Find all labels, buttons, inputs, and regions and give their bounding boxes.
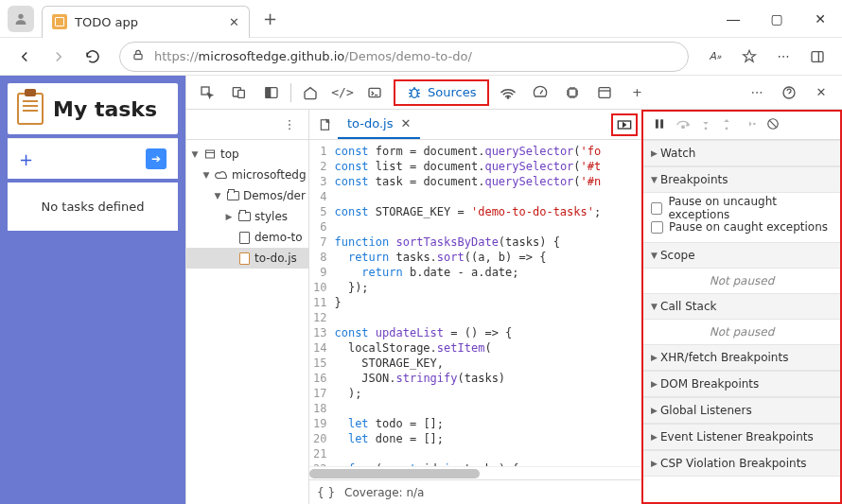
csp-breakpoints-section[interactable]: ▶CSP Violation Breakpoints (643, 450, 840, 477)
console-tool-button[interactable] (361, 79, 388, 106)
svg-rect-13 (569, 89, 576, 96)
deactivate-breakpoints-button[interactable] (766, 117, 780, 133)
profile-button[interactable] (8, 6, 34, 32)
inspect-element-button[interactable] (194, 79, 220, 106)
back-button[interactable] (9, 42, 40, 72)
step-button[interactable] (742, 118, 757, 132)
global-listeners-section[interactable]: ▶Global Listeners (643, 397, 840, 424)
xhr-breakpoints-section[interactable]: ▶XHR/fetch Breakpoints (643, 344, 840, 371)
pause-caught-checkbox[interactable]: Pause on caught exceptions (651, 217, 833, 236)
address-bar[interactable]: https:// microsoftedge.github.io /Demos/… (119, 42, 689, 72)
tree-demos-folder[interactable]: ▼Demos/der (186, 185, 308, 206)
breakpoints-section[interactable]: ▼Breakpoints (643, 166, 840, 193)
line-gutter: 123456789101112131415161718192021222324 (309, 140, 334, 466)
elements-tool-button[interactable]: </> (329, 79, 356, 106)
svg-point-23 (682, 126, 685, 129)
svg-rect-17 (206, 150, 215, 158)
add-task-button[interactable]: +Add a task ➔ (8, 138, 178, 179)
read-aloud-button[interactable]: A» (700, 42, 730, 72)
clipboard-icon (17, 93, 44, 125)
split-screen-button[interactable] (802, 42, 833, 72)
dom-breakpoints-section[interactable]: ▶DOM Breakpoints (643, 371, 840, 397)
close-window-button[interactable]: ✕ (798, 0, 842, 38)
help-button[interactable] (776, 79, 802, 106)
step-into-button[interactable] (700, 117, 711, 133)
svg-rect-21 (656, 119, 658, 128)
editor-pane: to-do.js ✕ 12345678910111213141516171819… (309, 110, 641, 504)
tree-top[interactable]: ▼top (186, 144, 308, 165)
step-over-button[interactable] (675, 117, 691, 133)
maximize-button[interactable]: ▢ (755, 0, 798, 38)
memory-tool-button[interactable] (559, 79, 586, 106)
more-button[interactable]: ⋯ (768, 42, 798, 72)
svg-point-0 (18, 13, 23, 18)
braces-icon[interactable]: { } (317, 486, 335, 499)
browser-toolbar: https:// microsoftedge.github.io /Demos/… (0, 38, 842, 76)
svg-line-28 (769, 120, 777, 128)
plus-icon: + (19, 149, 33, 169)
navigator-more-button[interactable]: ⋮ (276, 112, 303, 138)
svg-point-26 (753, 123, 756, 126)
folder-icon (237, 210, 251, 223)
svg-point-10 (412, 89, 418, 97)
browser-tab[interactable]: TODO app ✕ (42, 6, 250, 38)
submit-arrow-icon[interactable]: ➔ (146, 148, 167, 169)
svg-rect-1 (134, 54, 142, 59)
more-tools-button[interactable]: + (623, 79, 650, 106)
folder-icon (226, 189, 239, 202)
file-icon (237, 231, 251, 244)
debugger-toolbar (643, 112, 840, 140)
file-nav-button[interactable] (313, 113, 338, 137)
tree-styles-folder[interactable]: ▶styles (186, 206, 308, 227)
devtools-more-button[interactable]: ⋯ (744, 79, 770, 106)
device-emulation-button[interactable] (226, 79, 253, 106)
step-out-button[interactable] (721, 117, 732, 133)
forward-button (44, 42, 74, 72)
app-title: My tasks (53, 97, 157, 121)
minimize-button[interactable]: ― (711, 0, 755, 38)
application-tool-button[interactable] (591, 79, 618, 106)
performance-tool-button[interactable] (527, 79, 553, 106)
svg-rect-2 (812, 51, 823, 61)
editor-file-tab[interactable]: to-do.js ✕ (338, 111, 420, 139)
pause-uncaught-checkbox[interactable]: Pause on uncaught exceptions (651, 199, 833, 217)
horizontal-scrollbar[interactable] (309, 466, 641, 479)
pause-button[interactable] (653, 117, 666, 133)
url-domain: microsoftedge.github.io (199, 49, 345, 63)
favorite-button[interactable] (734, 42, 764, 72)
url-path: /Demos/demo-to-do/ (344, 49, 472, 63)
welcome-tool-button[interactable] (297, 79, 324, 106)
tab-close-icon[interactable]: ✕ (229, 15, 239, 29)
svg-line-12 (540, 90, 543, 94)
tab-favicon (52, 14, 67, 29)
sources-tool-button[interactable]: Sources (394, 79, 489, 106)
debugger-pane: ▶Watch ▼Breakpoints Pause on uncaught ex… (641, 110, 842, 504)
svg-rect-8 (266, 87, 271, 97)
event-listener-section[interactable]: ▶Event Listener Breakpoints (643, 424, 840, 450)
tree-origin[interactable]: ▼microsoftedg (186, 165, 308, 185)
empty-state-label: No tasks defined (8, 182, 178, 231)
file-tree[interactable]: ▼top ▼microsoftedg ▼Demos/der ▶styles de… (186, 140, 308, 504)
url-protocol: https:// (154, 49, 199, 63)
network-tool-button[interactable] (495, 79, 521, 106)
scope-section[interactable]: ▼Scope (643, 242, 840, 269)
svg-rect-22 (660, 119, 663, 128)
lock-icon (132, 48, 145, 64)
close-file-icon[interactable]: ✕ (400, 116, 411, 130)
navigator-pane: ⋮ ▼top ▼microsoftedg ▼Demos/der ▶styles … (186, 110, 309, 504)
activity-bar-toggle[interactable] (258, 79, 285, 106)
new-tab-button[interactable]: + (255, 9, 285, 28)
svg-point-24 (705, 128, 708, 130)
tree-todo-js[interactable]: to-do.js (186, 248, 308, 269)
code-content[interactable]: const form = document.querySelector('foc… (334, 140, 641, 466)
call-stack-section[interactable]: ▼Call Stack (643, 293, 840, 320)
code-editor[interactable]: 123456789101112131415161718192021222324 … (309, 140, 641, 466)
watch-section[interactable]: ▶Watch (643, 140, 840, 166)
devtools-close-button[interactable]: ✕ (808, 79, 834, 106)
refresh-button[interactable] (78, 42, 108, 72)
toggle-debugger-button[interactable] (611, 113, 638, 136)
svg-point-11 (508, 96, 510, 98)
svg-rect-14 (599, 87, 610, 97)
tree-demo-html[interactable]: demo-to (186, 227, 308, 248)
scope-not-paused: Not paused (643, 269, 840, 293)
